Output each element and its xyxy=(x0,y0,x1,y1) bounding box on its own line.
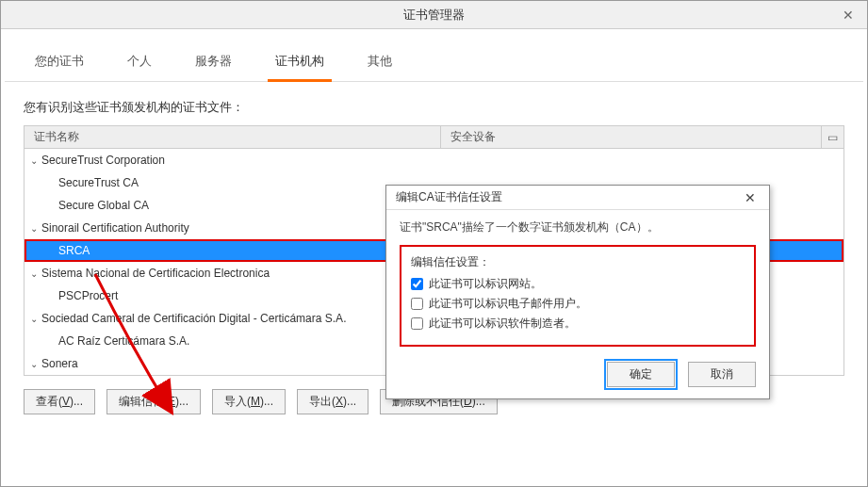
chevron-down-icon: ⌄ xyxy=(30,314,40,324)
chevron-down-icon: ⌄ xyxy=(30,155,40,166)
chevron-down-icon: ⌄ xyxy=(30,268,40,279)
trust-option-label: 此证书可以标识网站。 xyxy=(429,276,542,292)
tree-item-label: PSCProcert xyxy=(58,289,118,302)
view-button[interactable]: 查看(V)... xyxy=(24,389,95,414)
table-header: 证书名称 安全设备 ▭ xyxy=(25,126,843,149)
chevron-down-icon: ⌄ xyxy=(30,359,40,369)
tree-item-label: Secure Global CA xyxy=(58,199,149,212)
close-icon: ✕ xyxy=(745,190,756,205)
edit-trust-button[interactable]: 编辑信任(E)... xyxy=(106,389,201,414)
btn-text: 导出( xyxy=(309,395,336,408)
trust-option-websites[interactable]: 此证书可以标识网站。 xyxy=(411,276,745,292)
dialog-cancel-button[interactable]: 取消 xyxy=(688,362,756,387)
dialog-body: 证书"SRCA"描绘了一个数字证书颁发机构（CA）。 编辑信任设置： 此证书可以… xyxy=(386,210,769,352)
dialog-title: 编辑CA证书信任设置 xyxy=(396,189,741,205)
trust-email-checkbox[interactable] xyxy=(411,298,423,310)
tree-item-label: AC Raíz Certicámara S.A. xyxy=(58,334,189,348)
btn-key: M xyxy=(251,395,260,408)
tab-your-certs[interactable]: 您的证书 xyxy=(27,47,91,82)
column-header-name[interactable]: 证书名称 xyxy=(25,126,441,148)
btn-suffix: )... xyxy=(175,395,188,408)
close-icon: ✕ xyxy=(843,8,854,23)
export-button[interactable]: 导出(X)... xyxy=(297,389,368,414)
dialog-ok-button[interactable]: 确定 xyxy=(607,362,675,387)
tab-other[interactable]: 其他 xyxy=(360,47,400,82)
trust-option-email[interactable]: 此证书可以标识电子邮件用户。 xyxy=(411,296,745,312)
edit-trust-dialog: 编辑CA证书信任设置 ✕ 证书"SRCA"描绘了一个数字证书颁发机构（CA）。 … xyxy=(385,185,770,399)
tree-item-label: SRCA xyxy=(58,244,90,257)
dialog-titlebar: 编辑CA证书信任设置 ✕ xyxy=(386,186,769,210)
btn-text: 查看( xyxy=(36,395,62,408)
dialog-close-button[interactable]: ✕ xyxy=(741,190,760,205)
btn-suffix: )... xyxy=(260,395,273,408)
tree-group[interactable]: ⌄SecureTrust Corporation xyxy=(25,149,843,171)
tab-servers[interactable]: 服务器 xyxy=(188,47,239,82)
btn-suffix: )... xyxy=(70,395,83,408)
import-button[interactable]: 导入(M)... xyxy=(212,389,286,414)
tree-group-label: SecureTrust Corporation xyxy=(41,154,165,167)
window-close-button[interactable]: ✕ xyxy=(829,1,867,29)
dialog-hint: 证书"SRCA"描绘了一个数字证书颁发机构（CA）。 xyxy=(400,219,756,235)
trust-option-label: 此证书可以标识软件制造者。 xyxy=(429,316,576,332)
btn-text: 编辑信任( xyxy=(119,395,168,408)
tree-group-label: Sonera xyxy=(41,357,78,370)
tree-group-label: Sinorail Certification Authority xyxy=(41,221,189,235)
btn-suffix: )... xyxy=(343,395,356,408)
trust-option-software[interactable]: 此证书可以标识软件制造者。 xyxy=(411,316,745,332)
trust-option-label: 此证书可以标识电子邮件用户。 xyxy=(429,296,587,312)
tree-group-label: Sistema Nacional de Certificacion Electr… xyxy=(41,267,270,280)
certificate-manager-window: 证书管理器 ✕ 您的证书 个人 服务器 证书机构 其他 您有识别这些证书颁发机构… xyxy=(0,0,868,487)
tree-group-label: Sociedad Cameral de Certificación Digita… xyxy=(41,312,346,325)
btn-text: 导入( xyxy=(224,395,251,408)
dialog-buttons: 确定 取消 xyxy=(386,352,769,398)
column-picker-icon: ▭ xyxy=(827,131,838,144)
tab-personal[interactable]: 个人 xyxy=(120,47,159,82)
trust-options-header: 编辑信任设置： xyxy=(411,254,745,270)
trust-software-checkbox[interactable] xyxy=(411,317,423,330)
btn-key: V xyxy=(62,395,70,408)
tree-item-label: SecureTrust CA xyxy=(58,176,139,189)
chevron-down-icon: ⌄ xyxy=(30,223,40,234)
tab-authorities[interactable]: 证书机构 xyxy=(268,47,332,82)
column-header-device[interactable]: 安全设备 xyxy=(441,129,821,145)
trust-options-box: 编辑信任设置： 此证书可以标识网站。 此证书可以标识电子邮件用户。 此证书可以标… xyxy=(400,245,756,347)
tab-bar: 您的证书 个人 服务器 证书机构 其他 xyxy=(5,29,863,82)
trust-websites-checkbox[interactable] xyxy=(411,278,423,290)
column-picker-button[interactable]: ▭ xyxy=(821,126,843,148)
titlebar: 证书管理器 ✕ xyxy=(1,1,867,29)
description-text: 您有识别这些证书颁发机构的证书文件： xyxy=(1,82,867,125)
btn-key: X xyxy=(336,395,343,408)
window-title: 证书管理器 xyxy=(403,7,465,24)
btn-key: E xyxy=(168,395,175,408)
